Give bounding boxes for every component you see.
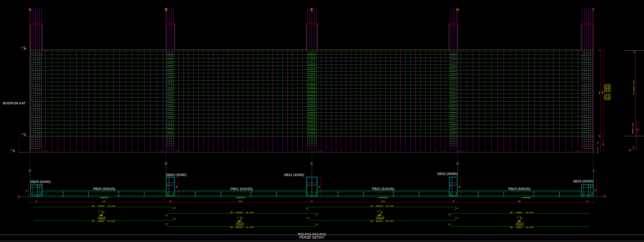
- svg-text:602: 602: [370, 220, 373, 222]
- svg-text:15: 15: [306, 217, 308, 219]
- svg-text:115: 115: [633, 146, 634, 149]
- svg-text:Etr. L=581: Etr. L=581: [526, 227, 533, 228]
- svg-text:602: 602: [370, 205, 373, 207]
- svg-text:13: 13: [98, 211, 100, 212]
- svg-text:500: 500: [103, 200, 106, 202]
- svg-text:26Φ10/14: 26Φ10/14: [376, 220, 383, 222]
- svg-text:1: 1: [18, 195, 20, 198]
- svg-text:PB23 (500/25): PB23 (500/25): [508, 187, 530, 191]
- svg-text:PB20 (500/25): PB20 (500/25): [93, 187, 115, 191]
- svg-text:(4 adet/m²): (4 adet/m²): [98, 218, 106, 220]
- svg-text:532.5: 532.5: [238, 200, 243, 202]
- svg-text:SB32 (35/80): SB32 (35/80): [437, 172, 458, 176]
- svg-text:50: 50: [26, 190, 28, 192]
- svg-text:Etr. L=581: Etr. L=581: [108, 220, 115, 222]
- svg-text:23Φ8/16: 23Φ8/16: [516, 227, 522, 228]
- svg-text:15: 15: [174, 218, 176, 220]
- svg-text:BODRUM KAT: BODRUM KAT: [3, 101, 26, 105]
- svg-text:15: 15: [448, 224, 450, 225]
- svg-text:15: 15: [448, 214, 450, 215]
- svg-text:15: 15: [316, 224, 318, 225]
- svg-text:H: H: [456, 162, 458, 165]
- svg-text:65: 65: [602, 143, 604, 145]
- svg-text:345 184Φ10 L=364: 345 184Φ10 L=364: [633, 80, 635, 95]
- svg-text:340: 340: [598, 91, 600, 94]
- svg-text:I: I: [593, 169, 594, 172]
- svg-text:35: 35: [169, 200, 171, 202]
- svg-text:2x20Φ10/25: 2x20Φ10/25: [100, 197, 108, 199]
- svg-text:15: 15: [456, 207, 458, 209]
- svg-text:80: 80: [318, 186, 320, 188]
- svg-text:24Φ10/15: 24Φ10/15: [236, 212, 243, 213]
- svg-text:20: 20: [241, 217, 243, 219]
- svg-text:35: 35: [452, 200, 454, 202]
- svg-text:A: A: [29, 169, 31, 172]
- svg-text:2x26Φ10/20: 2x26Φ10/20: [379, 197, 388, 199]
- svg-text:566: 566: [92, 205, 95, 207]
- svg-text:2x26Φ10/20: 2x26Φ10/20: [236, 197, 245, 199]
- svg-text:500: 500: [518, 200, 521, 202]
- svg-text:PERDE DETAYI: PERDE DETAYI: [299, 236, 324, 239]
- svg-text:(4 adet/m²): (4 adet/m²): [376, 218, 384, 220]
- svg-text:E: E: [311, 8, 313, 11]
- svg-text:SB33 (50/50): SB33 (50/50): [573, 179, 593, 183]
- svg-text:566: 566: [510, 227, 513, 228]
- svg-text:13: 13: [516, 217, 518, 218]
- svg-text:SB29 (50/50): SB29 (50/50): [30, 180, 50, 184]
- svg-text:E: E: [311, 162, 313, 165]
- svg-text:+1.00: +1.00: [21, 46, 26, 48]
- svg-text:23Φ8/16: 23Φ8/16: [98, 220, 104, 222]
- svg-text:PB22 (533/25): PB22 (533/25): [372, 187, 394, 191]
- svg-text:Etr. L=632: Etr. L=632: [246, 227, 254, 228]
- svg-text:24Φ10/15: 24Φ10/15: [236, 227, 243, 228]
- svg-text:55: 55: [637, 129, 638, 131]
- svg-text:15: 15: [456, 217, 458, 219]
- svg-text:350: 350: [602, 91, 604, 94]
- svg-text:Etr. L=632: Etr. L=632: [386, 220, 394, 222]
- svg-text:50: 50: [36, 200, 37, 202]
- svg-text:50: 50: [594, 190, 596, 191]
- svg-text:602: 602: [230, 212, 233, 213]
- svg-text:1: 1: [604, 195, 606, 198]
- svg-text:H: H: [456, 8, 459, 11]
- svg-text:14: 14: [377, 211, 378, 212]
- svg-text:-2.50: -2.50: [21, 133, 26, 135]
- svg-text:30: 30: [630, 150, 631, 151]
- svg-text:20: 20: [381, 211, 383, 213]
- svg-text:80: 80: [176, 186, 177, 188]
- svg-text:13.5: 13.5: [597, 147, 598, 151]
- svg-text:15: 15: [174, 207, 176, 209]
- svg-text:80: 80: [458, 186, 460, 188]
- svg-text:23Φ8/16: 23Φ8/16: [516, 212, 522, 213]
- svg-text:15: 15: [316, 213, 318, 215]
- svg-text:I: I: [593, 8, 594, 11]
- svg-text:602: 602: [230, 227, 233, 228]
- svg-text:SB31 (45/80): SB31 (45/80): [284, 173, 304, 177]
- svg-text:2x20Φ10/25: 2x20Φ10/25: [522, 197, 531, 199]
- svg-text:15: 15: [165, 223, 167, 225]
- svg-text:B: B: [165, 162, 167, 165]
- svg-text:184Φ10 L=145: 184Φ10 L=145: [632, 123, 634, 134]
- svg-text:Etr. L=632: Etr. L=632: [246, 212, 254, 213]
- svg-text:23Φ8/16: 23Φ8/16: [98, 205, 104, 207]
- svg-text:PB21 (532/25): PB21 (532/25): [230, 187, 253, 191]
- svg-text:566: 566: [510, 212, 513, 213]
- svg-text:14: 14: [237, 217, 238, 218]
- svg-text:15: 15: [165, 214, 167, 216]
- svg-text:20: 20: [521, 217, 523, 219]
- svg-text:-3.15: -3.15: [10, 149, 14, 151]
- svg-text:26Φ10/14: 26Φ10/14: [376, 205, 383, 207]
- svg-text:19: 19: [634, 51, 635, 53]
- svg-text:A: A: [29, 8, 31, 11]
- svg-text:(4 adet/m²): (4 adet/m²): [516, 224, 524, 226]
- svg-text:Etr. L=581: Etr. L=581: [108, 205, 115, 207]
- svg-text:45: 45: [311, 200, 313, 202]
- svg-text:PB23 Br. : 2x23Φ8/16: PB23 Br. : 2x23Φ8/16: [609, 84, 611, 100]
- svg-text:(4 adet/m²): (4 adet/m²): [236, 224, 244, 226]
- svg-text:532.5: 532.5: [381, 200, 385, 202]
- svg-text:20: 20: [103, 211, 104, 213]
- svg-text:5.5: 5.5: [598, 135, 600, 137]
- svg-text:6.5: 6.5: [597, 151, 598, 154]
- svg-text:566: 566: [92, 220, 95, 222]
- svg-text:Etr. L=632: Etr. L=632: [386, 205, 394, 207]
